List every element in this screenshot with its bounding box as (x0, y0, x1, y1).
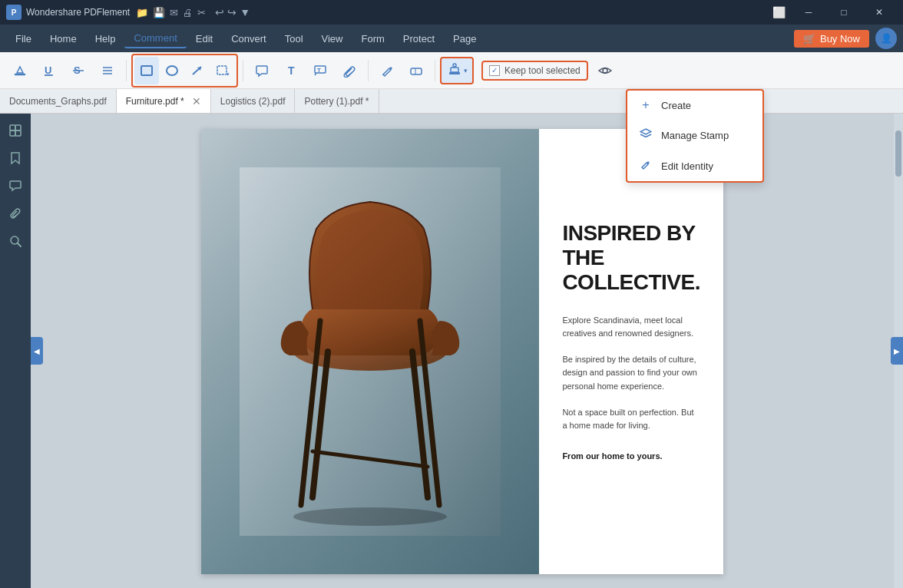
callout-tool[interactable]: T (306, 57, 334, 84)
underline-tool[interactable]: U (35, 57, 63, 84)
buy-now-button[interactable]: 🛒 Buy Now (794, 30, 869, 48)
region-tool[interactable]: ▾ (210, 57, 235, 84)
keep-tool-label: Keep tool selected (504, 65, 580, 76)
svg-line-30 (646, 134, 651, 137)
dropdown-manage-stamp[interactable]: Manage Stamp (627, 120, 762, 150)
pencil-edit-icon (640, 158, 652, 170)
svg-text:P: P (12, 8, 17, 17)
user-avatar[interactable]: 👤 (875, 28, 897, 49)
print-icon[interactable]: 🖨 (183, 7, 193, 18)
pdf-heading: INSPIRED BY THE COLLECTIVE. (562, 221, 700, 296)
pdf-image (201, 129, 539, 574)
svg-line-20 (382, 74, 383, 75)
keep-tool-checkbox[interactable] (489, 65, 500, 76)
create-icon: + (638, 98, 653, 112)
svg-rect-33 (10, 130, 15, 136)
pencil-icon (380, 64, 394, 78)
menu-page[interactable]: Page (444, 30, 485, 48)
stamp-dropdown: + Create Manage Stamp Edit Identity (626, 89, 764, 183)
menu-protect[interactable]: Protect (394, 30, 444, 48)
menu-convert[interactable]: Convert (222, 30, 276, 48)
rectangle-icon (140, 64, 154, 78)
more-icon[interactable]: ▼ (240, 6, 250, 18)
sidebar-attachments-icon[interactable] (5, 203, 26, 224)
minimize-button[interactable]: ─ (791, 0, 826, 25)
svg-rect-14 (217, 66, 227, 74)
menu-file[interactable]: File (6, 30, 41, 48)
highlight-tool[interactable] (6, 57, 34, 84)
chair-illustration (240, 167, 501, 536)
tab-label: Logistics (2).pdf (220, 96, 286, 107)
separator-4 (435, 60, 435, 81)
pdf-heading-line1: INSPIRED BY (562, 221, 700, 246)
pdf-heading-line2: THE COLLECTIVE. (562, 246, 700, 295)
create-label: Create (661, 100, 691, 111)
pdf-page: INSPIRED BY THE COLLECTIVE. Explore Scan… (201, 129, 723, 574)
menu-home[interactable]: Home (41, 30, 86, 48)
redo-button[interactable]: ↪ (227, 6, 237, 18)
svg-rect-10 (141, 66, 152, 75)
sidebar-search-icon[interactable] (5, 230, 26, 252)
menu-edit[interactable]: Edit (187, 30, 222, 48)
notification-icon[interactable]: ⬜ (766, 0, 791, 25)
menu-form[interactable]: Form (352, 30, 394, 48)
undo-button[interactable]: ↩ (215, 6, 224, 18)
dropdown-create[interactable]: + Create (627, 91, 762, 120)
keep-tool-area: Keep tool selected (481, 61, 588, 81)
ellipse-tool[interactable] (160, 57, 184, 84)
layers-icon (638, 127, 653, 143)
toolbar: U S (0, 52, 903, 89)
app-logo-icon: P (6, 5, 22, 20)
stamp-button[interactable]: ▾ (440, 57, 474, 84)
tab-label: Documents_Graphs.pdf (9, 96, 107, 107)
collapse-right-button[interactable]: ▶ (891, 337, 903, 365)
sidebar-pages-icon[interactable] (5, 120, 26, 141)
eye-button[interactable] (593, 58, 617, 83)
text-list-tool[interactable] (94, 57, 121, 84)
tab-label: Furniture.pdf * (126, 96, 184, 107)
mail-icon[interactable]: ✉ (170, 7, 178, 18)
dropdown-edit-identity[interactable]: Edit Identity (627, 150, 762, 181)
region-icon: ▾ (216, 64, 230, 78)
tab-pottery[interactable]: Pottery (1).pdf * (295, 89, 379, 113)
svg-rect-32 (15, 125, 21, 130)
attachment-tool[interactable] (336, 57, 363, 84)
sidebar-comments-icon[interactable] (5, 175, 26, 197)
menu-help[interactable]: Help (86, 30, 125, 48)
collapse-left-button[interactable]: ◀ (31, 337, 43, 365)
svg-text:▾: ▾ (227, 71, 230, 77)
tab-documents-graphs[interactable]: Documents_Graphs.pdf (0, 89, 117, 113)
menu-comment[interactable]: Comment (124, 29, 186, 48)
folder-open-icon[interactable]: 📁 (136, 7, 148, 18)
menu-tool[interactable]: Tool (276, 30, 313, 48)
eraser-tool[interactable] (402, 57, 430, 84)
scrollbar-thumb[interactable] (895, 130, 901, 177)
tab-furniture[interactable]: Furniture.pdf * ✕ (117, 89, 211, 113)
strikethrough-tool[interactable]: S (64, 57, 92, 84)
save-icon[interactable]: 💾 (153, 7, 165, 18)
svg-line-29 (640, 134, 646, 137)
manage-stamp-icon (640, 127, 652, 140)
tab-logistics[interactable]: Logistics (2).pdf (211, 89, 296, 113)
pdf-area: ◀ (31, 114, 903, 588)
svg-point-11 (167, 66, 177, 75)
list-icon (101, 64, 114, 78)
title-bar-icons: 📁 💾 ✉ 🖨 ✂ (136, 7, 206, 18)
text-icon: T (284, 64, 298, 78)
attachment-icon (342, 64, 356, 78)
eye-icon (597, 63, 613, 78)
maximize-button[interactable]: □ (826, 0, 862, 25)
scissors-icon[interactable]: ✂ (197, 7, 206, 18)
tab-close-button[interactable]: ✕ (192, 95, 201, 107)
menu-view[interactable]: View (313, 30, 352, 48)
sidebar-bookmarks-icon[interactable] (5, 147, 26, 169)
close-button[interactable]: ✕ (862, 0, 897, 25)
text-tool[interactable]: T (277, 57, 305, 84)
svg-point-45 (293, 507, 447, 526)
pencil-draw-tool[interactable] (373, 57, 401, 84)
comment-bubble-tool[interactable] (248, 57, 276, 84)
svg-text:U: U (45, 64, 51, 76)
pdf-viewer: INSPIRED BY THE COLLECTIVE. Explore Scan… (31, 114, 894, 588)
rectangle-tool[interactable] (134, 57, 159, 84)
arrow-tool[interactable] (185, 57, 210, 84)
